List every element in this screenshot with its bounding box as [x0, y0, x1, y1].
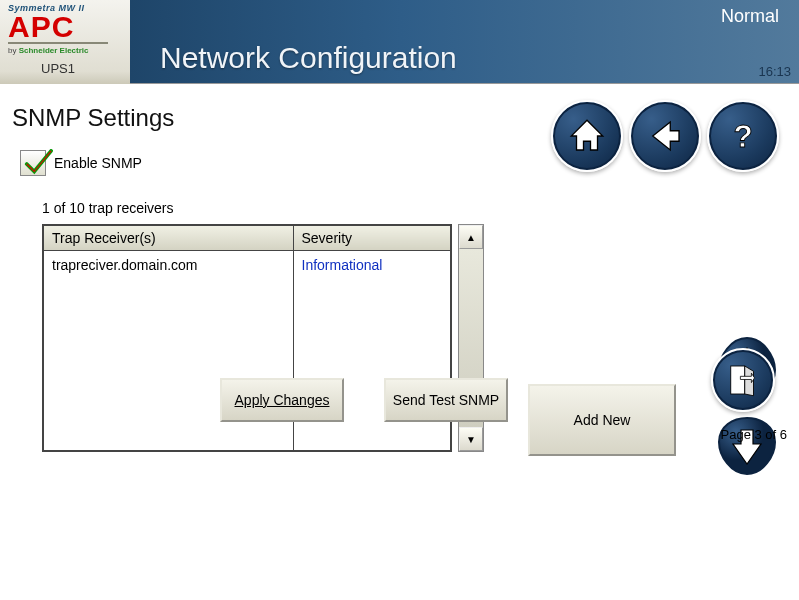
help-button[interactable]: ?	[707, 100, 779, 172]
column-header-receiver[interactable]: Trap Receiver(s)	[43, 225, 293, 251]
brand-byline: by Schneider Electric	[8, 46, 130, 55]
app-header: Symmetra MW II APC by Schneider Electric…	[0, 0, 799, 84]
brand-logo: APC	[8, 13, 108, 44]
receiver-count: 1 of 10 trap receivers	[42, 200, 779, 216]
clock: 16:13	[758, 64, 791, 79]
status-indicator: Normal	[721, 6, 779, 27]
apply-changes-button[interactable]: Apply Changes	[220, 378, 344, 422]
column-header-severity[interactable]: Severity	[293, 225, 451, 251]
page-down-button[interactable]	[715, 414, 779, 478]
nav-icon-bar: ?	[551, 100, 779, 172]
device-name: UPS1	[8, 61, 108, 76]
scroll-down-button[interactable]: ▼	[459, 427, 483, 451]
svg-rect-1	[731, 366, 745, 394]
cell-severity: Informational	[302, 257, 383, 273]
enable-snmp-checkbox[interactable]	[20, 150, 46, 176]
send-test-snmp-button[interactable]: Send Test SNMP	[384, 378, 508, 422]
arrow-left-icon	[644, 115, 686, 157]
add-new-button[interactable]: Add New	[528, 384, 676, 456]
home-button[interactable]	[551, 100, 623, 172]
back-button[interactable]	[629, 100, 701, 172]
enable-snmp-label: Enable SNMP	[54, 155, 142, 171]
exit-button-area	[711, 348, 775, 412]
page-indicator: Page 3 of 6	[721, 427, 788, 442]
scroll-up-button[interactable]: ▲	[459, 225, 483, 249]
exit-icon	[722, 359, 764, 401]
home-icon	[566, 115, 608, 157]
svg-text:?: ?	[733, 118, 752, 154]
question-icon: ?	[722, 115, 764, 157]
page-title: Network Configuration	[160, 41, 457, 75]
check-icon	[23, 149, 53, 179]
arrow-down-icon	[715, 414, 779, 478]
footer-buttons: Apply Changes Send Test SNMP	[220, 378, 508, 422]
brand-logo-area: Symmetra MW II APC by Schneider Electric…	[0, 0, 130, 84]
exit-button[interactable]	[711, 348, 775, 412]
